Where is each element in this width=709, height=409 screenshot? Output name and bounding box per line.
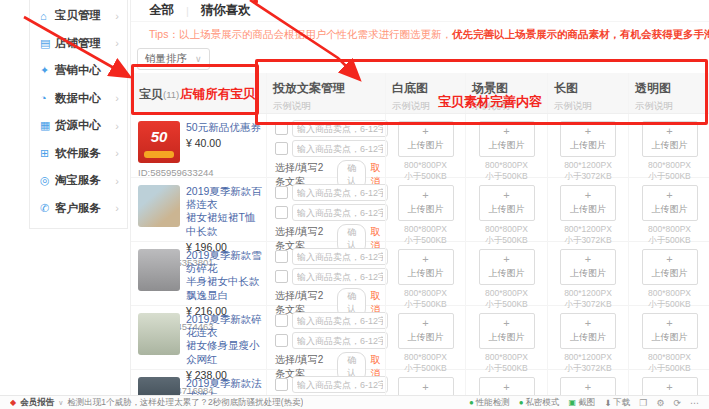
sidebar-item-label: 货源中心 [55, 118, 115, 133]
sellpoint-input[interactable] [292, 312, 388, 329]
upload-image-button[interactable]: +上传图片 [560, 377, 616, 395]
plus-icon: + [480, 382, 534, 393]
screenshot-button[interactable]: ▣截图 [569, 397, 596, 409]
upload-image-button[interactable]: +上传图片 [642, 249, 698, 285]
sellpoint-checkbox[interactable] [275, 206, 288, 219]
product-thumbnail[interactable] [138, 377, 180, 395]
upload-image-button[interactable]: +上传图片 [560, 249, 616, 285]
upload-image-button[interactable]: +上传图片 [642, 313, 698, 349]
sellpoint-input[interactable] [292, 120, 388, 137]
column-label: 投放文案管理 [273, 80, 385, 97]
sort-dropdown[interactable]: 销量排序 ∨ [137, 48, 210, 70]
column-sublabel[interactable]: 示例说明 [392, 100, 465, 113]
grid-icon: ⊞ [40, 147, 55, 160]
sellpoint-checkbox[interactable] [275, 142, 288, 155]
sellpoint-input[interactable] [292, 184, 388, 201]
product-title-link[interactable]: 2019夏季新款碎花连衣裙女修身显瘦小众网红 [186, 313, 262, 366]
column-header-long-image: 长图 示例说明 [547, 73, 628, 113]
product-thumbnail[interactable] [138, 249, 180, 291]
sellpoint-input[interactable] [292, 332, 388, 349]
private-mode-button[interactable]: ●私密模式 [519, 397, 560, 409]
sidebar-item-label: 店铺管理 [55, 36, 115, 51]
performance-check-button[interactable]: ●性能检测 [469, 397, 510, 409]
product-title-link[interactable]: 2019夏季新款法式波点连衣裙女中长款气质显瘦 [186, 377, 262, 395]
sellpoint-input[interactable] [292, 268, 388, 285]
window-icon[interactable]: ❐ [639, 398, 647, 408]
tool-label: 下载 [613, 397, 630, 409]
shop-icon: ▤ [40, 37, 55, 50]
upload-image-button[interactable]: +上传图片 [398, 313, 454, 349]
tab-guess-you-like[interactable]: 猜你喜欢 [201, 2, 251, 19]
sellpoint-checkbox[interactable] [275, 270, 288, 283]
column-sublabel[interactable]: 示例说明 [273, 100, 385, 113]
upload-image-button[interactable]: +上传图片 [560, 185, 616, 221]
settings-icon[interactable]: ⚙ [656, 398, 664, 408]
home-icon: ⌂ [40, 10, 55, 22]
spec-size: 800*800PX [386, 352, 465, 363]
plus-icon: + [643, 382, 697, 393]
product-thumbnail[interactable] [138, 185, 180, 227]
column-sublabel[interactable]: 示例说明 [554, 100, 628, 113]
upload-image-button[interactable]: +上传图片 [398, 249, 454, 285]
sellpoint-checkbox[interactable] [275, 314, 288, 327]
product-title-link[interactable]: 2019夏季新款雪纺碎花半身裙女中长款飘逸显白 [186, 249, 262, 302]
security-notice[interactable]: ◆ 会员报告 ∨ 检测出现1个威胁，这样处理太累了？2秒彻底防骚扰处理(热卖) [10, 397, 303, 409]
plus-icon: + [643, 254, 697, 265]
sidebar-item-supply-center[interactable]: ▦ 货源中心 › [30, 118, 127, 133]
column-sublabel[interactable]: 示例说明 [472, 100, 547, 113]
upload-label: 上传图片 [480, 331, 534, 344]
sidebar-item-shop-manage[interactable]: ▤ 店铺管理 › [30, 36, 127, 51]
product-thumbnail[interactable] [138, 313, 180, 355]
upload-image-button[interactable]: +上传图片 [642, 377, 698, 395]
sellpoint-input[interactable] [292, 140, 388, 157]
sidebar-item-data-center[interactable]: ◔ 数据中心 › [30, 91, 127, 106]
upload-image-button[interactable]: +上传图片 [642, 121, 698, 157]
upload-image-button[interactable]: +上传图片 [642, 185, 698, 221]
sidebar-item-item-manage[interactable]: ⌂ 宝贝管理 › [30, 8, 127, 23]
column-header-items: 宝贝(11)店铺所有宝贝 [131, 73, 266, 113]
upload-label: 上传图片 [480, 267, 534, 280]
sidebar-item-label: 营销中心 [55, 63, 115, 78]
upload-image-button[interactable]: +上传图片 [560, 313, 616, 349]
refresh-icon[interactable]: ⟳ [673, 398, 681, 408]
sidebar-item-software-service[interactable]: ⊞ 软件服务 › [30, 146, 127, 161]
upload-image-button[interactable]: +上传图片 [398, 185, 454, 221]
column-sublabel[interactable]: 示例说明 [635, 100, 709, 113]
more-icon[interactable]: ⋯ [690, 398, 699, 408]
sellpoint-checkbox[interactable] [275, 334, 288, 347]
sellpoint-input[interactable] [292, 376, 388, 393]
product-thumbnail[interactable]: 50 [138, 121, 180, 163]
sidebar-item-customer-service[interactable]: ✆ 客户服务 › [30, 201, 127, 216]
sellpoint-checkbox[interactable] [275, 186, 288, 199]
sidebar-item-taobao-service[interactable]: ◎ 淘宝服务 › [30, 173, 127, 188]
plus-icon: + [480, 318, 534, 329]
upload-image-button[interactable]: +上传图片 [479, 185, 535, 221]
tab-all[interactable]: 全部 [149, 2, 174, 19]
upload-label: 上传图片 [480, 139, 534, 152]
title-line2: 半身裙女中长款飘逸显白 [186, 275, 260, 300]
product-title-link[interactable]: 50元新品优惠券 [186, 121, 261, 134]
upload-label: 上传图片 [643, 267, 697, 280]
spec-size: 800*800PX [629, 160, 709, 171]
product-title-link[interactable]: 2019夏季新款百搭连衣裙女裙短裙T恤中长款 [186, 185, 262, 238]
sellpoint-input[interactable] [292, 204, 388, 221]
upload-label: 上传图片 [480, 203, 534, 216]
download-button[interactable]: ⬇下载 [604, 397, 630, 409]
upload-image-button[interactable]: +上传图片 [398, 121, 454, 157]
sellpoint-checkbox[interactable] [275, 122, 288, 135]
plus-icon: + [399, 318, 453, 329]
tool-label: 截图 [578, 397, 595, 409]
upload-image-button[interactable]: +上传图片 [560, 121, 616, 157]
sellpoint-checkbox[interactable] [275, 378, 288, 391]
chevron-right-icon: › [115, 10, 119, 22]
sidebar-item-marketing-center[interactable]: ✦ 营销中心 › [30, 63, 127, 78]
upload-image-button[interactable]: +上传图片 [479, 377, 535, 395]
sellpoint-checkbox[interactable] [275, 250, 288, 263]
upload-image-button[interactable]: +上传图片 [479, 249, 535, 285]
upload-image-button[interactable]: +上传图片 [398, 377, 454, 395]
upload-image-button[interactable]: +上传图片 [479, 121, 535, 157]
title-line1: 2019夏季新款百搭连衣 [186, 185, 262, 210]
sellpoint-input[interactable] [292, 248, 388, 265]
notification-dot [253, 0, 258, 4]
upload-image-button[interactable]: +上传图片 [479, 313, 535, 349]
